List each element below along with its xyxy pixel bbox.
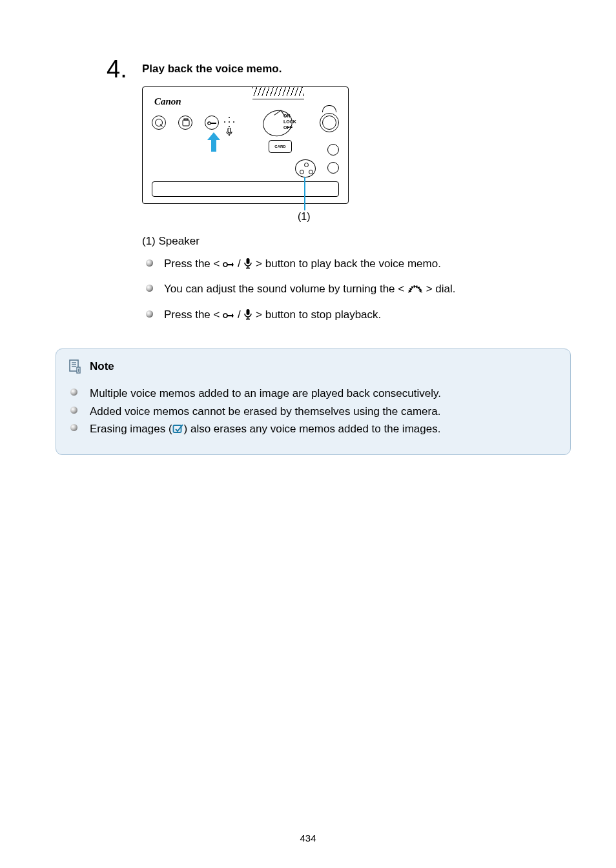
mic-label-icon [225,127,233,140]
bullet-text: / [234,308,243,321]
link-icon[interactable] [172,422,184,439]
page: 4. Play back the voice memo. Canon [0,0,616,868]
microphone-icon [243,308,252,325]
note-header: i Note [69,359,557,374]
bullet-text: > button to stop playback. [252,308,381,321]
page-number: 434 [0,833,616,843]
list-item: Press the < / > button to stop playback. [142,307,568,325]
note-text: Erasing images ( [90,423,172,435]
note-box: i Note Multiple voice memos added to an … [56,348,571,455]
camera-illustration-wrap: Canon [142,86,349,204]
step-title: Play back the voice memo. [142,63,282,76]
power-on-label: ON [283,113,296,119]
speaker-icon [295,159,316,177]
svg-rect-1 [184,119,188,120]
protect-button-icon [205,116,219,130]
list-item: Press the < / > button to play back the … [142,256,568,274]
card-slot-icon: CARD [269,140,292,153]
svg-rect-10 [232,263,233,267]
list-item: Multiple voice memos added to an image a… [69,385,557,402]
svg-rect-4 [228,128,231,133]
magnify-button-icon [152,116,166,130]
step-bullet-list: Press the < / > button to play back the … [142,256,568,325]
svg-text:i: i [77,367,79,373]
protect-key-icon [223,257,234,274]
bullet-icon [70,407,77,414]
power-lock-label: LOCK [283,119,296,125]
step-number-digit: 4 [107,56,120,83]
step-heading: 4. Play back the voice memo. [107,53,568,77]
card-slot-label: CARD [274,145,285,148]
svg-point-14 [223,314,227,318]
power-dial-icon: ON LOCK OFF [263,110,293,136]
bullet-text: Press the < [164,257,223,270]
svg-rect-16 [232,314,233,317]
bullet-text: > dial. [423,283,456,295]
record-dots-icon [224,117,234,127]
trash-button-icon [178,116,192,130]
microphone-icon [243,257,252,274]
callout-line [304,177,305,210]
svg-point-2 [208,122,210,125]
step-number-dot: . [120,56,127,83]
step-body: Canon [142,86,568,325]
protect-key-icon [223,308,234,325]
bullet-icon [70,424,77,431]
note-text: ) also erases any voice memos added to t… [184,423,441,435]
svg-rect-11 [247,258,250,264]
bullet-text: Press the < [164,308,223,321]
note-text: Added voice memos cannot be erased by th… [90,405,440,418]
step-number: 4. [107,57,142,81]
bullet-text: You can adjust the sound volume by turni… [164,283,407,295]
svg-marker-6 [207,132,220,152]
svg-rect-17 [247,309,250,315]
svg-rect-3 [210,123,216,124]
note-title: Note [90,360,114,373]
list-item: Erasing images () also erases any voice … [69,421,557,439]
power-off-label: OFF [283,125,296,130]
note-icon: i [69,359,81,374]
note-text: Multiple voice memos added to an image a… [90,387,441,399]
camera-illustration: Canon [142,86,349,204]
main-dial-icon [407,283,423,299]
bottom-strip [152,181,339,197]
right-button-1-icon [327,144,339,156]
bullet-text: / [234,257,243,270]
speaker-caption: (1) Speaker [142,235,568,248]
main-content: 4. Play back the voice memo. Canon [0,0,616,325]
list-item: Added voice memos cannot be erased by th… [69,403,557,420]
bullet-icon [146,285,153,292]
list-item: You can adjust the sound volume by turni… [142,281,568,299]
note-bullet-list: Multiple voice memos added to an image a… [69,385,557,439]
right-button-2-icon [327,162,339,174]
bullet-icon [70,389,77,396]
bullet-icon [146,310,153,318]
small-hump-icon [322,105,336,112]
power-dial-labels: ON LOCK OFF [283,113,296,130]
brand-logo: Canon [154,96,181,107]
bullet-icon [146,259,153,267]
hot-shoe-icon [252,87,304,99]
svg-point-8 [223,263,227,267]
callout-label: (1) [298,211,311,223]
shutter-ring-icon [320,113,339,132]
svg-rect-0 [183,120,189,126]
bullet-text: > button to play back the voice memo. [252,257,441,270]
